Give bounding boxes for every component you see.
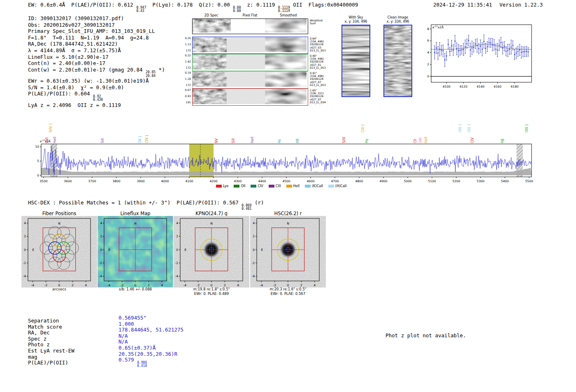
- cleanimage-xy: x, y: 334, 496: [383, 20, 413, 23]
- svg-text:e-17x2Å: e-17x2Å: [432, 25, 444, 29]
- svg-text:2: 2: [253, 234, 255, 238]
- data-point: [468, 40, 469, 41]
- data-point: [506, 51, 506, 51]
- panel-map-1: Lineflux MapNE-4-4-2-2002244s/b: 1.46 +/…: [92, 211, 179, 299]
- data-point: [453, 49, 454, 50]
- panel-title: KPNO(24.7) g: [180, 211, 243, 216]
- data-point: [488, 42, 489, 43]
- svg-text:4100: 4100: [443, 85, 451, 88]
- panel-caption: s/b: 1.46 +/- 0.088: [92, 287, 179, 291]
- spec2d-row: [192, 54, 308, 71]
- svg-text:6: 6: [427, 39, 429, 42]
- match-label: mag: [28, 354, 118, 360]
- data-point: [494, 44, 495, 45]
- data-point: [441, 50, 442, 51]
- svg-text:2: 2: [427, 63, 429, 66]
- match-table: Separation0.569455"Match score1.000RA, D…: [28, 318, 183, 366]
- svg-text:4: 4: [314, 283, 316, 287]
- info-line: LyA z = 2.4096 OII z = 0.1119: [28, 102, 165, 109]
- data-point: [455, 41, 455, 42]
- stacked-fraction: 20.8520.84: [146, 71, 156, 78]
- spec2d-row: [192, 88, 308, 106]
- match-row: mag20.35(20.35,20.36)R: [28, 354, 183, 360]
- info-line: S/N = 1.4(±0.8) χ² = 0.9(±0.0): [28, 84, 165, 91]
- info-line: Primary Spec_Slot_IFU_AMP: 013_103_019_L…: [28, 28, 165, 35]
- compass-east: E: [261, 248, 263, 252]
- data-point: [507, 50, 508, 51]
- line-marker: CIV {: [146, 135, 149, 143]
- svg-text:-4: -4: [260, 283, 263, 287]
- svg-text:4: 4: [24, 221, 26, 225]
- panel-fiber-0: Fiber PositionsNE-4-4-2-2002244arcsecs: [16, 211, 103, 299]
- spec2d-row: [192, 37, 308, 54]
- photz-note: Phot z plot not available.: [386, 332, 466, 339]
- match-label: RA, Dec: [28, 329, 118, 336]
- compass-east: E: [109, 248, 111, 252]
- data-point: [476, 45, 477, 46]
- svg-text:-4: -4: [99, 274, 102, 278]
- legend-swatch: [216, 185, 222, 188]
- compass-north: N: [287, 222, 289, 225]
- svg-text:0: 0: [37, 174, 39, 177]
- report-datetime: 2024-12-29 11:35:41: [433, 2, 492, 8]
- panel-plot: NE-4-4-2-2002244: [16, 216, 103, 292]
- svg-text:-2: -2: [44, 283, 48, 287]
- data-point: [523, 51, 523, 52]
- line-marker: OIII {: [468, 124, 471, 132]
- stacked-fraction: 0.920.438: [93, 95, 103, 102]
- spec2d-col-header: Pixel Flat: [231, 14, 269, 17]
- data-point: [434, 52, 435, 53]
- stacked-fraction: 0.8690.401: [242, 204, 251, 211]
- legend-swatch: [286, 185, 292, 188]
- spec2d-row: [192, 71, 308, 88]
- data-point: [518, 51, 518, 52]
- legend-swatch: [269, 185, 274, 188]
- legend-item: CIII: [269, 184, 281, 188]
- svg-text:0: 0: [24, 248, 26, 252]
- cleanimage-image: [383, 25, 412, 97]
- legend-swatch: [305, 185, 311, 188]
- svg-text:-2: -2: [23, 261, 26, 265]
- svg-text:5000: 5000: [404, 179, 412, 183]
- compass-north: N: [134, 222, 137, 225]
- stacked-fraction: 0.9060.418: [137, 361, 147, 368]
- data-point: [470, 49, 471, 50]
- svg-text:4800: 4800: [355, 179, 363, 183]
- svg-text:2: 2: [176, 234, 178, 238]
- match-value: N/A: [118, 333, 128, 339]
- withsky-title: With Sky: [341, 16, 371, 19]
- panel-caption: EWr: 0. PLAE: 0.567: [244, 292, 332, 296]
- data-point: [502, 48, 503, 49]
- data-point: [512, 45, 513, 46]
- svg-text:4120: 4120: [460, 85, 467, 88]
- data-point: [458, 50, 459, 51]
- svg-text:-2: -2: [121, 283, 124, 287]
- svg-text:-4: -4: [183, 283, 187, 287]
- match-label: Separation: [28, 318, 118, 324]
- svg-text:3500: 3500: [39, 179, 47, 183]
- data-point: [449, 51, 450, 52]
- legend-item: (H)CaII: [328, 184, 346, 188]
- data-point: [492, 44, 493, 45]
- svg-text:4160: 4160: [494, 85, 502, 88]
- data-point: [511, 46, 511, 47]
- hsc-match-line: HSC-DEX : Possible Matches = 1 (within +…: [28, 199, 264, 211]
- data-point: [463, 49, 464, 50]
- svg-text:10: 10: [35, 145, 39, 148]
- data-point: [460, 50, 460, 51]
- data-point: [444, 60, 445, 60]
- legend-swatch: [328, 185, 334, 188]
- data-point: [436, 47, 437, 48]
- svg-text:-2: -2: [252, 261, 255, 265]
- info-line: ID: 3090132017 (3090132017.pdf): [28, 15, 165, 22]
- data-point: [500, 42, 501, 43]
- svg-text:4: 4: [237, 283, 239, 287]
- data-point: [443, 50, 444, 51]
- spec2d-col-header: 2D Spec: [192, 14, 230, 17]
- match-value: 1.000: [118, 321, 134, 327]
- svg-text:-4: -4: [252, 274, 255, 278]
- withsky-image: [341, 25, 370, 97]
- svg-text:5: 5: [37, 159, 39, 163]
- info-line: EWr = 0.63(±0.35) (w: -1.30(±0.01)e19)Å: [28, 78, 165, 84]
- spec2d-row-label: 0.64"(334, 496)20200126v027_03013_LL_053: [310, 37, 326, 52]
